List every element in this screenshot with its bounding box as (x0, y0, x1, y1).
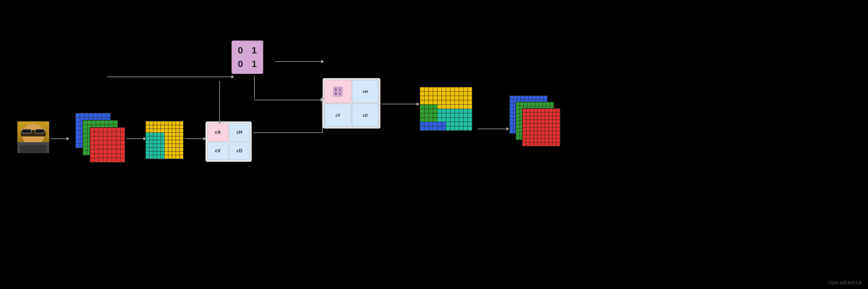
matrix-r1c2: 1 (252, 45, 257, 56)
arrow-matrix-right (275, 60, 324, 63)
decomp2-cd: cD (352, 104, 379, 127)
arrow-matrix-down (254, 76, 255, 99)
arrow-decomp1-to-decomp2 (253, 132, 322, 133)
output-grid-large (420, 87, 472, 131)
arrow-ca-up (218, 81, 221, 124)
rgb-grid-red (90, 127, 125, 163)
decomp2-ch: cH (352, 80, 379, 103)
decomp-cd: cD (229, 142, 250, 160)
matrix-r2c1: 0 (238, 59, 243, 69)
arrow-upper-horiz (107, 75, 235, 79)
decomp-cv: cV (208, 142, 228, 160)
yellow-grid (145, 121, 184, 159)
arrow-decomp1-bend-up (322, 99, 322, 133)
arrow-final (477, 127, 509, 131)
arrow-matrix-bend (254, 98, 323, 102)
final-red (522, 108, 560, 147)
decomp-ch: cH (229, 123, 250, 141)
matrix-large: 0 1 0 1 (231, 40, 263, 74)
matrix-r2c2: 1 (252, 59, 257, 69)
arrow-3 (185, 137, 206, 140)
decomp2-ca: 01 01 (324, 80, 351, 103)
wavelet-decomp-2: 01 01 cH cV cD (322, 78, 380, 129)
arrow-decomp2-right (382, 102, 420, 106)
matrix-r1c1: 0 (238, 45, 243, 56)
wavelet-decomp-1: cA cH cV cD (206, 121, 252, 162)
decomp-ca: cA (208, 123, 228, 141)
arrow-2 (126, 137, 146, 140)
watermark: CSDN @苏末的无奈 (828, 280, 862, 286)
decomp2-cv: cV (324, 104, 351, 127)
arrow-1 (51, 137, 69, 140)
source-image (18, 121, 49, 153)
